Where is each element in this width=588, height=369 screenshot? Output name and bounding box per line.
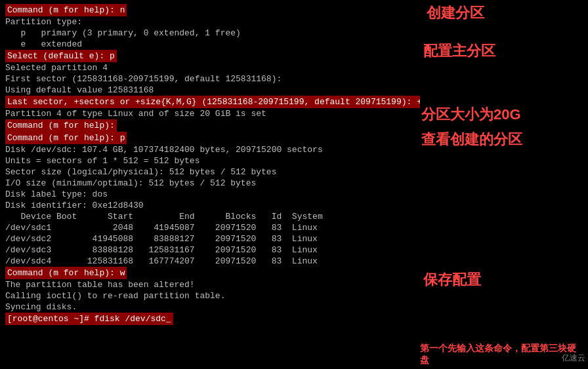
annotation-size-20g: 分区大小为20G: [421, 105, 521, 125]
cmd-w: Command (m for help): w: [5, 267, 127, 279]
annotation-save: 保存配置: [423, 270, 481, 290]
table-row-sdc2: /dev/sdc2 41945088 83888127 20971520 83 …: [5, 233, 415, 244]
line-12: Command (m for help):: [5, 119, 415, 132]
line-1: Command (m for help): n: [5, 4, 415, 16]
line-disk-id: Disk identifier: 0xe12d8430: [5, 200, 415, 211]
line-disk-label: Disk label type: dos: [5, 189, 415, 200]
line-sector-size: Sector size (logical/physical): 512 byte…: [5, 166, 415, 178]
cmd-p: Command (m for help): p: [5, 132, 127, 144]
line-fdisk: [root@centos ~]# fdisk /dev/sdc_: [5, 313, 415, 325]
cmd-n: Command (m for help): n: [5, 4, 127, 16]
line-syncing: Syncing disks.: [5, 301, 415, 313]
line-8: Using default value 125831168: [5, 85, 415, 96]
annotations-panel: 创建分区 配置主分区 分区大小为20G 查看创建的分区 保存配置: [420, 0, 588, 369]
line-5: Select (default e): p: [5, 50, 415, 62]
line-4: e extended: [5, 39, 415, 50]
line-2: Partition type:: [5, 16, 415, 28]
annotation-view-partition: 查看创建的分区: [421, 130, 522, 149]
annotation-create-partition: 创建分区: [427, 3, 484, 23]
cmd-fdisk: [root@centos ~]# fdisk /dev/sdc_: [5, 313, 173, 325]
line-3: p primary (3 primary, 0 extended, 1 free…: [5, 28, 415, 39]
line-13: Command (m for help): p: [5, 132, 415, 144]
table-row-sdc4: /dev/sdc4 125831168 167774207 20971520 8…: [5, 256, 415, 267]
line-io-size: I/O size (minimum/optimal): 512 bytes / …: [5, 178, 415, 189]
cmd-select-p: Select (default e): p: [5, 50, 117, 62]
table-row-sdc1: /dev/sdc1 2048 41945087 20971520 83 Linu…: [5, 222, 415, 233]
annotation-config-primary: 配置主分区: [423, 41, 495, 61]
terminal-window: Command (m for help): n Partition type: …: [0, 0, 420, 369]
table-header: Device Boot Start End Blocks Id System: [5, 211, 415, 222]
line-9: Last sector, +sectors or +size{K,M,G} (1…: [5, 96, 415, 108]
line-10: Partition 4 of type Linux and of size 20…: [5, 108, 415, 119]
line-disk-info: Disk /dev/sdc: 107.4 GB, 107374182400 by…: [5, 144, 415, 155]
line-ioctl: Calling ioctl() to re-read partition tab…: [5, 290, 415, 301]
line-6: Selected partition 4: [5, 62, 415, 73]
cmd-help-empty: Command (m for help):: [5, 119, 117, 132]
table-row-sdc3: /dev/sdc3 83888128 125831167 20971520 83…: [5, 244, 415, 256]
line-cmd-w: Command (m for help): w: [5, 267, 415, 279]
annotation-third-disk: 第一个先输入这条命令，配置第三块硬盘: [420, 343, 584, 366]
line-units: Units = sectors of 1 * 512 = 512 bytes: [5, 155, 415, 166]
watermark: 亿速云: [562, 353, 585, 364]
cmd-last-sector: Last sector, +sectors or +size{K,M,G} (1…: [5, 96, 420, 108]
line-7: First sector (125831168-209715199, defau…: [5, 73, 415, 85]
line-altered: The partition table has been altered!: [5, 279, 415, 290]
